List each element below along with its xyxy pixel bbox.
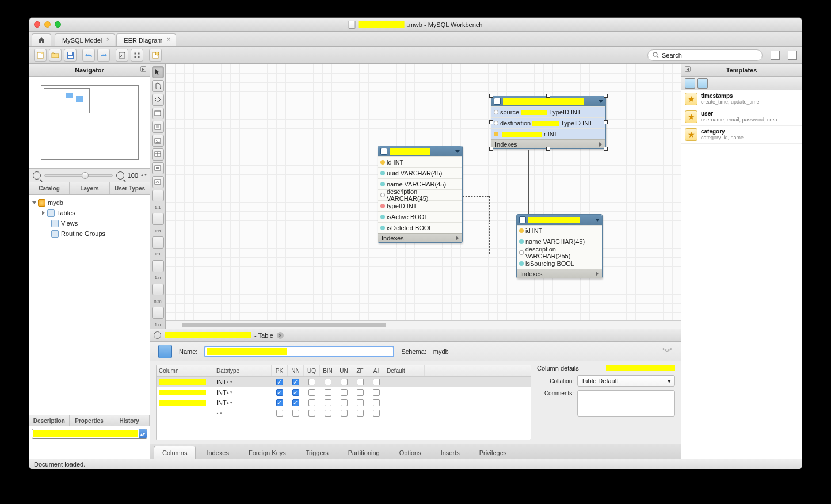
disclosure-icon[interactable] <box>42 211 45 215</box>
template-item[interactable]: ★ timestampscreate_time, update_time <box>681 90 802 108</box>
collapse-navigator-button[interactable]: ▸ <box>140 66 146 72</box>
column-row[interactable]: INT▲▼ ✓ ✓ <box>157 398 531 408</box>
tool-view[interactable] <box>152 162 164 174</box>
tab-eer-diagram[interactable]: EER Diagram × <box>116 33 176 46</box>
checkbox[interactable]: ✓ <box>276 399 283 406</box>
template-item[interactable]: ★ categorycategory_id, name <box>681 126 802 144</box>
tool-rel-existing[interactable] <box>152 307 164 319</box>
tab-catalog[interactable]: Catalog <box>29 182 70 194</box>
editor-bottom-tab[interactable]: Options <box>391 446 430 459</box>
search-input[interactable]: Search <box>647 49 763 61</box>
tool-table[interactable] <box>152 148 164 161</box>
tree-tables-row[interactable]: Tables <box>29 208 150 218</box>
minimize-window-button[interactable] <box>44 21 51 28</box>
toggle-left-panel-button[interactable] <box>771 51 780 60</box>
zoom-stepper[interactable]: ▲▼ <box>142 174 146 177</box>
tool-rel-1-1[interactable] <box>152 236 164 249</box>
eer-column-row[interactable]: sourceTypeID INT <box>491 106 605 117</box>
close-editor-button[interactable]: × <box>277 332 284 339</box>
open-file-button[interactable] <box>49 49 62 62</box>
eer-table-1[interactable]: id INTuuid VARCHAR(45)name VARCHAR(45)de… <box>378 146 463 243</box>
tab-user-types[interactable]: User Types <box>110 182 150 194</box>
checkbox[interactable] <box>292 410 299 417</box>
template-item[interactable]: ★ userusername, email, password, crea... <box>681 108 802 126</box>
tool-eraser[interactable] <box>152 94 164 106</box>
editor-bottom-tab[interactable]: Inserts <box>432 446 468 459</box>
save-file-button[interactable] <box>64 49 77 62</box>
horizontal-scrollbar[interactable] <box>166 320 681 329</box>
eer-column-row[interactable]: uuid VARCHAR(45) <box>378 167 462 178</box>
align-button[interactable] <box>131 49 143 62</box>
tree-routines-row[interactable]: Routine Groups <box>29 228 150 239</box>
model-options-button[interactable] <box>149 49 162 62</box>
disclosure-icon[interactable] <box>32 201 37 204</box>
checkbox[interactable]: ✓ <box>292 399 299 406</box>
checkbox[interactable] <box>373 399 380 406</box>
expand-icon[interactable] <box>456 236 459 240</box>
close-tab-icon[interactable]: × <box>105 36 111 43</box>
checkbox[interactable]: ✓ <box>276 389 283 396</box>
navigator-minimap[interactable] <box>29 77 150 169</box>
datatype-stepper[interactable]: ▲▼ <box>216 412 222 415</box>
column-row[interactable]: INT▲▼ ✓ ✓ <box>157 387 531 398</box>
tab-properties[interactable]: Properties <box>70 415 110 426</box>
template-btn-2[interactable] <box>697 78 708 89</box>
checkbox[interactable] <box>341 410 348 417</box>
expand-icon[interactable] <box>596 272 599 276</box>
checkbox[interactable] <box>325 389 331 396</box>
tab-layers[interactable]: Layers <box>70 182 110 194</box>
eer-column-row[interactable]: id INT <box>378 156 462 167</box>
home-tab[interactable] <box>32 33 51 46</box>
tree-views-row[interactable]: Views <box>29 218 150 228</box>
tool-rel-1-1-non[interactable] <box>152 190 164 202</box>
checkbox[interactable] <box>341 379 348 385</box>
checkbox[interactable] <box>357 379 364 385</box>
checkbox[interactable] <box>357 389 364 396</box>
eer-table-2-selected[interactable]: sourceTypeID INTdestinationTypeID INTr I… <box>491 96 606 149</box>
checkbox[interactable]: ✓ <box>276 379 283 385</box>
checkbox[interactable] <box>357 399 364 406</box>
checkbox[interactable] <box>325 410 331 417</box>
tool-hand[interactable] <box>152 80 164 92</box>
checkbox[interactable] <box>373 379 380 385</box>
checkbox[interactable] <box>373 389 380 396</box>
tab-history[interactable]: History <box>109 415 150 426</box>
datatype-stepper[interactable]: ▲▼ <box>227 381 232 384</box>
new-file-button[interactable] <box>34 49 47 62</box>
eer-column-row[interactable]: isActive BOOL <box>378 211 462 222</box>
tool-image[interactable] <box>152 135 164 147</box>
close-tab-icon[interactable]: × <box>166 36 172 43</box>
zoom-slider[interactable] <box>44 174 113 177</box>
collapse-templates-button[interactable]: ◂ <box>685 66 691 72</box>
checkbox[interactable]: ✓ <box>292 389 299 396</box>
eer-column-row[interactable]: id INT <box>517 225 602 236</box>
eer-column-row[interactable]: r INT <box>491 128 605 139</box>
eer-table-3[interactable]: id INTname VARCHAR(45)description VARCHA… <box>516 214 603 278</box>
editor-bottom-tab[interactable]: Triggers <box>297 446 337 459</box>
toggle-right-panel-button[interactable] <box>788 51 797 60</box>
zoom-out-button[interactable] <box>33 171 41 180</box>
columns-table[interactable]: Column Datatype PK NN UQ BIN UN ZF AI De… <box>156 365 531 440</box>
checkbox[interactable] <box>373 410 380 417</box>
eer-canvas[interactable]: id INTuuid VARCHAR(45)name VARCHAR(45)de… <box>166 64 681 329</box>
comments-textarea[interactable] <box>577 390 675 417</box>
close-window-button[interactable] <box>34 21 40 28</box>
checkbox[interactable] <box>276 410 283 417</box>
undo-button[interactable] <box>82 49 95 62</box>
expand-icon[interactable] <box>599 142 602 147</box>
datatype-stepper[interactable]: ▲▼ <box>227 402 232 404</box>
zoom-in-button[interactable] <box>116 171 124 180</box>
eer-column-row[interactable]: description VARCHAR(255) <box>517 247 602 258</box>
column-row[interactable]: INT▲▼ ✓ ✓ <box>157 377 531 387</box>
checkbox[interactable] <box>308 399 315 406</box>
checkbox[interactable] <box>341 389 348 396</box>
tool-rel-1-n[interactable] <box>152 260 164 272</box>
grid-toggle-button[interactable] <box>116 49 128 62</box>
column-row-new[interactable]: ▲▼ <box>157 408 531 418</box>
checkbox[interactable] <box>308 379 315 385</box>
checkbox[interactable] <box>341 399 348 406</box>
tool-rel-n-m[interactable] <box>152 284 164 296</box>
tool-layer[interactable] <box>152 108 164 120</box>
table-name-input[interactable] <box>204 346 394 357</box>
editor-bottom-tab[interactable]: Indexes <box>198 446 238 459</box>
